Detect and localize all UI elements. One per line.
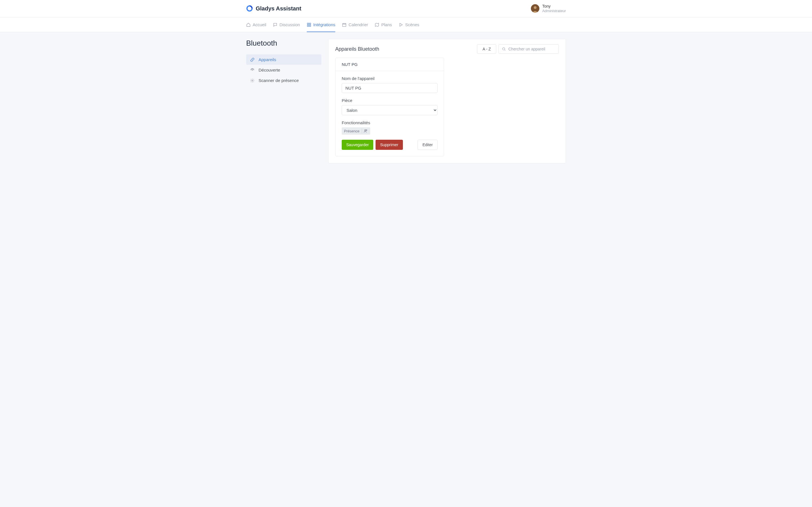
main-nav: Accueil Discussion Intégrations Calendri… — [0, 17, 812, 32]
delete-button[interactable]: Supprimer — [375, 140, 403, 150]
feature-tag: Présence — [342, 127, 370, 135]
nav-label: Accueil — [253, 22, 266, 27]
sidebar-item-devices[interactable]: Appareils — [246, 54, 321, 65]
nav-integrations[interactable]: Intégrations — [307, 18, 335, 32]
user-role: Administrateur — [542, 9, 566, 13]
nav-chat[interactable]: Discussion — [273, 18, 300, 32]
device-title: NUT PG — [336, 58, 444, 71]
play-icon — [399, 22, 403, 27]
edit-button[interactable]: Editer — [417, 140, 438, 150]
svg-marker-11 — [375, 23, 378, 26]
svg-point-15 — [502, 48, 505, 50]
device-name-input[interactable] — [342, 83, 438, 93]
app-header: Gladys Assistant Tony Administrateur — [0, 0, 812, 17]
nav-maps[interactable]: Plans — [375, 18, 392, 32]
user-name: Tony — [542, 4, 566, 9]
nav-calendar[interactable]: Calendrier — [342, 18, 368, 32]
panel-title: Appareils Bluetooth — [335, 46, 379, 52]
device-card: NUT PG Nom de l'appareil Pièce Salon — [335, 58, 444, 156]
avatar — [531, 4, 539, 13]
user-menu[interactable]: Tony Administrateur — [531, 4, 566, 13]
svg-point-2 — [534, 6, 537, 9]
svg-rect-3 — [307, 23, 309, 24]
device-room-label: Pièce — [342, 98, 438, 103]
device-features-label: Fonctionnalités — [342, 120, 438, 125]
sidebar-item-label: Scanner de présence — [259, 78, 299, 83]
radio-icon — [250, 68, 255, 72]
nav-label: Plans — [381, 22, 392, 27]
sidebar-item-label: Appareils — [259, 57, 276, 62]
device-name-label: Nom de l'appareil — [342, 76, 438, 81]
svg-rect-6 — [309, 25, 311, 26]
nav-label: Intégrations — [313, 22, 335, 27]
svg-rect-4 — [309, 23, 311, 24]
map-icon — [375, 22, 379, 27]
link-icon — [250, 57, 255, 62]
nav-label: Calendrier — [349, 22, 368, 27]
presence-icon — [362, 128, 368, 133]
nav-home[interactable]: Accueil — [246, 18, 266, 32]
sort-button[interactable]: A - Z — [477, 44, 496, 54]
device-room-select[interactable]: Salon — [342, 105, 438, 115]
search-input[interactable] — [499, 44, 559, 54]
calendar-icon — [342, 22, 347, 27]
nav-scenes[interactable]: Scènes — [399, 18, 419, 32]
svg-point-17 — [364, 129, 366, 131]
brand-name: Gladys Assistant — [256, 5, 301, 12]
sidebar-item-discovery[interactable]: Découverte — [246, 65, 321, 75]
nav-label: Scènes — [405, 22, 419, 27]
search-icon — [502, 47, 506, 51]
sidebar-title: Bluetooth — [246, 39, 321, 48]
svg-rect-5 — [307, 25, 309, 26]
svg-point-14 — [252, 80, 253, 81]
nav-label: Discussion — [280, 22, 300, 27]
svg-point-13 — [252, 69, 253, 70]
home-icon — [246, 22, 251, 27]
svg-line-16 — [505, 50, 506, 51]
sidebar-item-presence[interactable]: Scanner de présence — [246, 75, 321, 86]
save-button[interactable]: Sauvegarder — [342, 140, 373, 150]
sidebar-item-label: Découverte — [259, 68, 280, 72]
brand[interactable]: Gladys Assistant — [246, 5, 301, 12]
chat-icon — [273, 22, 277, 27]
svg-rect-7 — [343, 23, 346, 26]
feature-tag-label: Présence — [344, 129, 359, 133]
devices-panel: Appareils Bluetooth A - Z NUT PG — [328, 39, 566, 163]
svg-marker-12 — [400, 23, 402, 26]
gear-icon — [250, 78, 255, 83]
sidebar: Bluetooth Appareils Découverte Scanner d… — [246, 39, 321, 86]
grid-icon — [307, 22, 311, 27]
svg-point-18 — [366, 129, 367, 131]
brand-logo-icon — [246, 5, 253, 12]
